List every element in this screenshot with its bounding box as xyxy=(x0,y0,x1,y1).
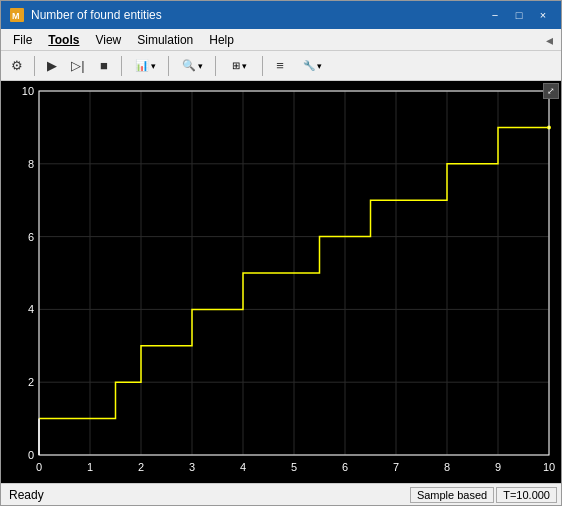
maximize-button[interactable]: □ xyxy=(509,7,529,23)
separator-3 xyxy=(168,56,169,76)
svg-text:M: M xyxy=(12,11,20,21)
settings-button[interactable]: ⚙ xyxy=(5,54,29,78)
separator-4 xyxy=(215,56,216,76)
tools-button[interactable]: 🔧▾ xyxy=(294,54,330,78)
menu-file[interactable]: File xyxy=(5,31,40,49)
menubar: File Tools View Simulation Help ◂ xyxy=(1,29,561,51)
separator-5 xyxy=(262,56,263,76)
expand-button[interactable]: ⤢ xyxy=(543,83,559,99)
menu-tools[interactable]: Tools xyxy=(40,31,87,49)
toolbar: ⚙ ▶ ▷| ■ 📊▾ 🔍▾ ⊞▾ ≡ 🔧▾ xyxy=(1,51,561,81)
status-text: Ready xyxy=(5,488,410,502)
window-controls: − □ × xyxy=(485,7,553,23)
statusbar: Ready Sample based T=10.000 xyxy=(1,483,561,505)
separator-2 xyxy=(121,56,122,76)
stop-button[interactable]: ■ xyxy=(92,54,116,78)
window-title: Number of found entities xyxy=(31,8,485,22)
main-window: M Number of found entities − □ × File To… xyxy=(0,0,562,506)
sample-based-badge: Sample based xyxy=(410,487,494,503)
time-badge: T=10.000 xyxy=(496,487,557,503)
app-icon: M xyxy=(9,7,25,23)
separator-1 xyxy=(34,56,35,76)
plot-canvas xyxy=(1,81,561,483)
simout-button[interactable]: 📊▾ xyxy=(127,54,163,78)
step-forward-button[interactable]: ▷| xyxy=(66,54,90,78)
minimize-button[interactable]: − xyxy=(485,7,505,23)
menu-simulation[interactable]: Simulation xyxy=(129,31,201,49)
run-button[interactable]: ▶ xyxy=(40,54,64,78)
zoom-button[interactable]: 🔍▾ xyxy=(174,54,210,78)
plot-area: ⤢ xyxy=(1,81,561,483)
status-right: Sample based T=10.000 xyxy=(410,487,557,503)
close-button[interactable]: × xyxy=(533,7,553,23)
menu-help[interactable]: Help xyxy=(201,31,242,49)
collapse-icon: ◂ xyxy=(546,32,557,48)
props-button[interactable]: ≡ xyxy=(268,54,292,78)
axes-button[interactable]: ⊞▾ xyxy=(221,54,257,78)
title-bar: M Number of found entities − □ × xyxy=(1,1,561,29)
menu-view[interactable]: View xyxy=(87,31,129,49)
